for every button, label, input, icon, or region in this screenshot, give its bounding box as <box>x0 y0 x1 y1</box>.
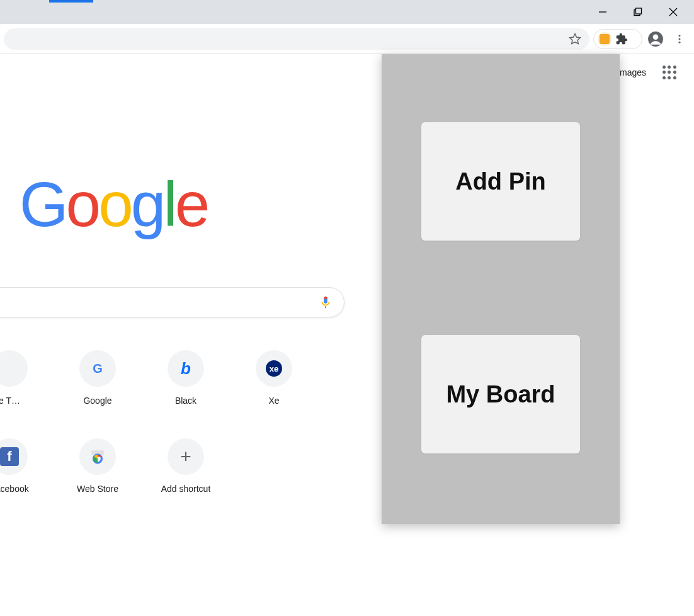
logo-letter: o <box>66 169 99 239</box>
logo-letter: G <box>20 169 66 239</box>
close-window-button[interactable] <box>664 3 683 21</box>
apps-grid-icon[interactable] <box>663 66 676 79</box>
svg-point-9 <box>679 38 681 40</box>
logo-letter: e <box>175 169 208 239</box>
logo-letter: g <box>131 169 164 239</box>
my-board-button[interactable]: My Board <box>421 335 580 453</box>
svg-rect-2 <box>636 8 642 14</box>
add-shortcut-button[interactable]: + Add shortcut <box>142 436 230 524</box>
images-link[interactable]: mages <box>620 67 646 77</box>
shortcut-label: e T… <box>0 396 20 406</box>
shortcut-webstore[interactable]: Web Store <box>54 436 142 524</box>
kebab-menu-icon[interactable] <box>669 28 690 50</box>
shortcut-google[interactable]: G Google <box>54 348 142 436</box>
logo-letter: l <box>163 169 174 239</box>
search-input[interactable]: oogle or type a URL <box>0 287 344 317</box>
shortcut-xe[interactable]: xe Xe <box>230 348 318 436</box>
active-extension-icon[interactable] <box>598 32 612 46</box>
bookmark-star-icon[interactable] <box>566 30 584 48</box>
plus-icon: + <box>168 438 204 475</box>
shortcut-label: Google <box>83 396 111 406</box>
shortcut-black[interactable]: b Black <box>142 348 230 436</box>
profile-avatar-icon[interactable] <box>645 28 666 50</box>
shortcut-label: Xe <box>268 396 279 406</box>
facebook-favicon-icon: f <box>0 438 28 475</box>
shortcut-icon <box>0 350 28 387</box>
extension-pill[interactable] <box>593 29 642 49</box>
extensions-puzzle-icon[interactable] <box>615 33 628 45</box>
add-pin-label: Add Pin <box>455 168 546 195</box>
browser-tab-strip <box>0 0 694 24</box>
logo-letter: o <box>98 169 131 239</box>
voice-search-icon[interactable] <box>319 295 333 309</box>
xe-favicon-icon: xe <box>256 350 292 387</box>
google-logo: Google <box>0 173 239 236</box>
bing-favicon-icon: b <box>168 350 204 387</box>
window-controls <box>593 3 689 21</box>
svg-point-8 <box>679 35 681 37</box>
active-tab-indicator <box>49 0 93 3</box>
svg-point-10 <box>679 41 681 43</box>
svg-point-7 <box>653 34 659 40</box>
maximize-button[interactable] <box>629 3 647 21</box>
svg-marker-5 <box>570 33 581 43</box>
shortcut-e-t[interactable]: e T… <box>0 348 54 436</box>
extension-popup: Add Pin My Board <box>382 54 620 524</box>
google-favicon-icon: G <box>79 350 116 387</box>
my-board-label: My Board <box>446 381 555 408</box>
webstore-favicon-icon <box>79 438 116 475</box>
shortcut-facebook[interactable]: f Facebook <box>0 436 54 524</box>
shortcut-label: Black <box>175 396 196 406</box>
minimize-button[interactable] <box>593 3 612 21</box>
address-bar[interactable] <box>4 28 589 50</box>
shortcuts-grid: e T… G Google b Black xe Xe f Facebook W… <box>0 348 318 524</box>
shortcut-label: Web Store <box>77 484 118 494</box>
add-pin-button[interactable]: Add Pin <box>421 122 580 241</box>
top-links: mages <box>620 66 676 79</box>
shortcut-label: Facebook <box>0 484 29 494</box>
shortcut-label: Add shortcut <box>161 484 211 494</box>
browser-toolbar <box>0 24 694 54</box>
